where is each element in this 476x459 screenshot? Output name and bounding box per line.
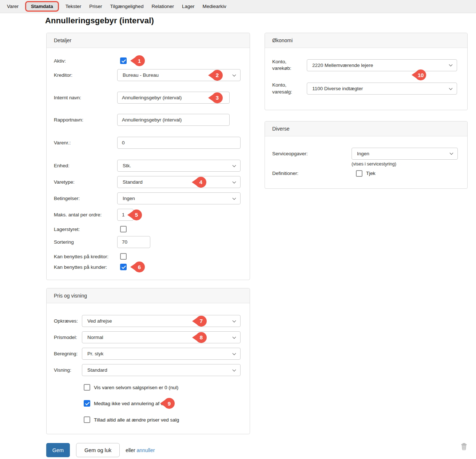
save-and-close-button[interactable]: Gem og luk (76, 443, 120, 457)
opkraeves-value: Ved afrejse (87, 318, 112, 324)
field-aktiv: Aktiv: 1 (54, 57, 242, 64)
definitioner-label: Definitioner: (272, 171, 352, 176)
save-button[interactable]: Gem (46, 443, 70, 457)
aktiv-label: Aktiv: (54, 58, 117, 64)
field-enhed: Enhed: Stk. (54, 160, 242, 172)
panel-okonomi-title: Økonomi (272, 37, 293, 43)
aktiv-checkbox[interactable] (120, 57, 127, 64)
panel-pris-header: Pris og visning (47, 288, 250, 303)
maks-antal-input[interactable] (117, 209, 134, 221)
tab-mediearkiv[interactable]: Mediearkiv (198, 4, 230, 9)
rapportnavn-label: Rapportnavn: (54, 117, 117, 123)
betingelser-value: Ingen (123, 196, 135, 201)
kreditor-select[interactable]: Bureau - Bureau (117, 69, 241, 81)
serviceopgaver-select[interactable]: Ingen (352, 148, 458, 160)
medtag-ikke-checkbox[interactable] (84, 400, 90, 407)
annotation-marker-1: 1 (130, 55, 145, 66)
or-label: eller (126, 447, 135, 453)
prismodel-select[interactable]: Normal (82, 331, 241, 343)
tab-tilgaengelighed[interactable]: Tilgængelighed (106, 4, 148, 9)
internt-navn-input[interactable] (117, 92, 230, 104)
field-definitioner: Definitioner: Tjek (272, 170, 460, 177)
enhed-select[interactable]: Stk. (117, 160, 241, 172)
chevron-down-icon (233, 73, 236, 76)
serviceopgaver-value: Ingen (357, 151, 369, 156)
field-opkraeves: Opkræves: Ved afrejse 7 (54, 315, 242, 327)
chevron-down-icon (449, 86, 453, 90)
field-lagerstyret: Lagerstyret: (54, 226, 242, 232)
panel-detaljer-title: Detaljer (54, 37, 71, 43)
checkbox-row-medtag-ikke: Medtag ikke ved annulering af ordre 9 (54, 400, 242, 407)
chevron-down-icon (233, 196, 236, 200)
field-varenr: Varenr.: (54, 137, 242, 149)
chevron-down-icon (233, 319, 236, 322)
konto-varekob-select[interactable]: 2220 Mellemværende lejere (307, 59, 457, 71)
betingelser-label: Betingelser: (54, 196, 117, 201)
varenr-input[interactable] (117, 137, 241, 149)
checkbox-row-vis-varen: Vis varen selvom salgsprisen er 0 (nul) (54, 384, 242, 391)
kan-kreditor-checkbox[interactable] (120, 253, 127, 260)
panel-pris-og-visning: Pris og visning Opkræves: Ved afrejse 7 … (46, 288, 250, 434)
panel-detaljer: Detaljer Aktiv: 1 Kreditor: Bureau - Bur… (46, 33, 250, 280)
chevron-down-icon (449, 63, 453, 67)
prismodel-value: Normal (87, 335, 103, 340)
chevron-down-icon (233, 163, 236, 167)
beregning-label: Beregning: (54, 351, 82, 356)
lagerstyret-checkbox[interactable] (120, 226, 127, 232)
field-sortering: Sortering (54, 236, 242, 248)
vis-varen-checkbox[interactable] (84, 384, 90, 391)
tillad-altid-checkbox[interactable] (84, 416, 90, 423)
field-kreditor: Kreditor: Bureau - Bureau 2 (54, 69, 242, 81)
tab-priser[interactable]: Priser (85, 4, 106, 9)
opkraeves-label: Opkræves: (54, 318, 82, 324)
chevron-down-icon (233, 335, 236, 339)
chevron-down-icon (233, 180, 236, 183)
visning-value: Standard (87, 367, 107, 373)
beregning-value: Pr. styk (87, 351, 103, 356)
visning-select[interactable]: Standard (82, 364, 241, 376)
field-serviceopgaver: Serviceopgaver: Ingen (vises i servicest… (272, 148, 460, 167)
serviceopgaver-note: (vises i servicestyring) (352, 161, 458, 167)
betingelser-select[interactable]: Ingen (117, 192, 241, 204)
tjek-checkbox[interactable] (356, 170, 362, 177)
field-varetype: Varetype: Standard 4 (54, 176, 242, 188)
delete-button[interactable] (460, 442, 468, 452)
kan-kunder-checkbox[interactable] (120, 264, 127, 270)
opkraeves-select[interactable]: Ved afrejse (82, 315, 241, 327)
sortering-input[interactable] (117, 236, 150, 248)
cancel-link[interactable]: annuller (137, 447, 155, 453)
tab-relationer[interactable]: Relationer (147, 4, 178, 9)
konto-varesalg-label: Konto, varesalg: (272, 82, 307, 95)
field-konto-varesalg: Konto, varesalg: 1100 Diverse indtægter (272, 82, 460, 95)
chevron-down-icon (450, 151, 453, 155)
konto-varekob-value: 2220 Mellemværende lejere (312, 63, 373, 68)
varenr-label: Varenr.: (54, 140, 117, 145)
tab-stamdata[interactable]: Stamdata (25, 1, 59, 12)
tillad-altid-label: Tillad altid alle at ændre priser ved sa… (94, 417, 179, 423)
field-kan-benyttes-kunder: Kan benyttes på kunder: 6 (54, 264, 242, 270)
panel-okonomi: Økonomi Konto, varekøb: 2220 Mellemværen… (265, 33, 468, 110)
form-actions: Gem Gem og luk eller annuller (46, 443, 250, 457)
field-maks-antal: Maks. antal per ordre: 5 (54, 209, 242, 221)
field-visning: Visning: Standard (54, 364, 242, 376)
tab-varer[interactable]: Varer (3, 4, 23, 9)
maks-antal-label: Maks. antal per ordre: (54, 212, 117, 217)
rapportnavn-input[interactable] (117, 114, 230, 126)
tab-lager[interactable]: Lager (178, 4, 199, 9)
kan-kunder-label: Kan benyttes på kunder: (54, 264, 117, 270)
panel-detaljer-header: Detaljer (47, 33, 250, 48)
trash-icon (461, 443, 467, 450)
or-cancel-text: eller annuller (126, 447, 155, 453)
field-prismodel: Prismodel: Normal 8 (54, 331, 242, 343)
konto-varesalg-select[interactable]: 1100 Diverse indtægter (307, 83, 457, 95)
varetype-select[interactable]: Standard (117, 176, 241, 188)
kreditor-label: Kreditor: (54, 72, 117, 78)
sortering-label: Sortering (54, 239, 117, 245)
enhed-value: Stk. (123, 163, 131, 168)
beregning-select[interactable]: Pr. styk (82, 348, 241, 360)
tab-tekster[interactable]: Tekster (62, 4, 86, 9)
enhed-label: Enhed: (54, 163, 117, 168)
varetype-label: Varetype: (54, 179, 117, 185)
kreditor-value: Bureau - Bureau (123, 72, 159, 78)
field-betingelser: Betingelser: Ingen (54, 192, 242, 204)
